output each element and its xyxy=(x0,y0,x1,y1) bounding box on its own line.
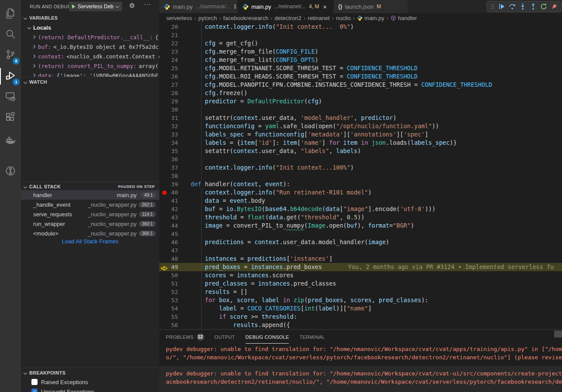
debug-config-dropdown[interactable]: Serverless Debu xyxy=(69,2,122,11)
gutter[interactable]: 54 xyxy=(159,304,191,313)
explorer-button[interactable] xyxy=(0,4,21,24)
gutter[interactable]: 34 xyxy=(159,139,191,147)
gutter[interactable]: 56 xyxy=(159,321,191,329)
breadcrumb-item[interactable]: handler xyxy=(398,15,417,21)
code-line[interactable]: 44 image = convert_PIL_to_numpy(Image.op… xyxy=(159,222,562,230)
breakpoints-section-header[interactable]: BREAKPOINTS xyxy=(21,368,159,377)
gutter[interactable]: 41 xyxy=(159,197,191,205)
breadcrumb-item[interactable]: retinanet xyxy=(308,15,330,21)
code-line[interactable]: 36 xyxy=(159,155,562,164)
code-line[interactable]: 33 labels_spec = functionconfig['metadat… xyxy=(159,130,562,139)
call-stack-frame[interactable]: _handle_event_nuclio_wrapper.py262:1 xyxy=(21,200,159,209)
code-line[interactable]: 45 xyxy=(159,230,562,238)
code-editor[interactable]: 20 context.logger.info("Init context... … xyxy=(159,23,562,329)
code-line[interactable]: 46 predictions = context.user_data.model… xyxy=(159,238,562,246)
breadcrumb-item[interactable]: serverless xyxy=(166,15,192,21)
gitlens-button[interactable] xyxy=(0,162,21,182)
call-stack-frame[interactable]: <module>_nuclio_wrapper.py366:1 xyxy=(21,228,159,238)
gutter[interactable]: 42 xyxy=(159,205,191,213)
gutter[interactable]: 36 xyxy=(159,155,191,164)
tab-launch-json[interactable]: {} launch.json M xyxy=(334,0,408,13)
gutter[interactable]: 28 xyxy=(159,89,191,97)
code-line[interactable]: 56 results.append({ xyxy=(159,321,562,329)
gutter[interactable]: 49 xyxy=(159,263,191,271)
gutter[interactable]: 21 xyxy=(159,31,191,39)
continue-button[interactable] xyxy=(498,3,505,10)
code-line[interactable]: 54 label = COCO_CATEGORIES[int(label)]["… xyxy=(159,304,562,313)
gutter[interactable]: 20 xyxy=(159,23,191,31)
gutter[interactable]: 46 xyxy=(159,238,191,246)
search-button[interactable] xyxy=(0,25,21,45)
breadcrumb-item[interactable]: pytorch xyxy=(199,15,217,21)
gutter[interactable]: 50 xyxy=(159,271,191,280)
call-stack-section-header[interactable]: CALL STACK PAUSED ON STEP xyxy=(21,181,159,191)
gutter[interactable]: 37 xyxy=(159,164,191,172)
call-stack-frame[interactable]: run_wrapper_nuclio_wrapper.py360:1 xyxy=(21,219,159,228)
gutter[interactable]: 22 xyxy=(159,39,191,48)
breadcrumb-item[interactable]: detectron2 xyxy=(274,15,301,21)
code-line[interactable]: 32 functionconfig = yaml.safe_load(open(… xyxy=(159,122,562,130)
code-line[interactable]: 49 pred_boxes = instances.pred_boxesYou,… xyxy=(159,263,562,271)
code-line[interactable]: 31 setattr(context.user_data, 'model_han… xyxy=(159,114,562,122)
gutter[interactable]: 48 xyxy=(159,255,191,263)
tab-output[interactable]: OUTPUT xyxy=(215,330,235,344)
load-all-stack-frames-link[interactable]: Load All Stack Frames xyxy=(21,238,159,245)
code-line[interactable]: 41 data = event.body xyxy=(159,197,562,205)
checkbox-checked[interactable]: ✓ xyxy=(31,389,38,392)
gutter[interactable]: 47 xyxy=(159,246,191,255)
code-line[interactable]: 37 context.logger.info("Init context...1… xyxy=(159,164,562,172)
code-line[interactable]: 50 scores = instances.scores xyxy=(159,271,562,280)
step-out-button[interactable] xyxy=(530,3,537,10)
code-line[interactable]: 43 threshold = float(data.get("threshold… xyxy=(159,213,562,222)
gutter[interactable]: 27 xyxy=(159,81,191,89)
code-line[interactable]: 26 cfg.MODEL.ROI_HEADS.SCORE_THRESH_TEST… xyxy=(159,72,562,81)
remote-explorer-button[interactable] xyxy=(0,87,21,107)
code-line[interactable]: 55 if score >= threshold: xyxy=(159,313,562,321)
variables-section-header[interactable]: VARIABLES xyxy=(21,13,159,23)
tab-main-py-retinanet[interactable]: main.py .../retinanet/... 4, M × xyxy=(238,0,334,13)
gutter[interactable]: 30 xyxy=(159,106,191,114)
variable-row[interactable]: (return) DefaultPredictor.__call__:{'ins… xyxy=(21,32,159,42)
extensions-button[interactable] xyxy=(0,108,21,128)
source-control-button[interactable]: 8 xyxy=(0,45,21,65)
variable-row[interactable]: buf:<_io.BytesIO object at 0x7f5a2dc1ecc… xyxy=(21,42,159,51)
run-and-debug-button[interactable]: 1 xyxy=(0,66,21,86)
code-line[interactable]: 42 buf = io.BytesIO(base64.b64decode(dat… xyxy=(159,205,562,213)
code-line[interactable]: 51 pred_classes = instances.pred_classes xyxy=(159,280,562,288)
drag-handle[interactable] xyxy=(490,3,495,10)
tab-terminal[interactable]: TERMINAL xyxy=(299,330,325,344)
gutter[interactable]: 38 xyxy=(159,172,191,180)
tab-debug-console[interactable]: DEBUG CONSOLE xyxy=(246,330,289,344)
code-line[interactable]: 22 cfg = get_cfg() xyxy=(159,39,562,48)
gutter[interactable]: 40 xyxy=(159,188,191,197)
gutter[interactable]: 43 xyxy=(159,213,191,222)
code-line[interactable]: 21 xyxy=(159,31,562,39)
disconnect-button[interactable] xyxy=(551,3,558,10)
gutter[interactable]: 45 xyxy=(159,230,191,238)
close-icon[interactable]: × xyxy=(323,3,327,10)
code-line[interactable]: 40 context.logger.info("Run retinanet-R1… xyxy=(159,188,562,197)
gutter[interactable]: 53 xyxy=(159,296,191,304)
tab-problems[interactable]: PROBLEMS 12 xyxy=(166,330,204,344)
breadcrumb-item[interactable]: nuclio xyxy=(336,15,351,21)
more-actions-icon[interactable]: ··· xyxy=(144,0,151,7)
docker-button[interactable] xyxy=(0,131,21,151)
gutter[interactable]: 35 xyxy=(159,147,191,155)
gutter[interactable]: 23 xyxy=(159,48,191,56)
gear-icon[interactable]: ⚙ xyxy=(129,2,135,10)
gutter[interactable]: 32 xyxy=(159,122,191,130)
tab-main-py-siammask[interactable]: main.py .../siammask/... 1 xyxy=(159,0,238,13)
gutter[interactable]: 25 xyxy=(159,64,191,72)
checkbox-unchecked[interactable] xyxy=(31,379,38,385)
gutter[interactable]: 39 xyxy=(159,180,191,188)
breadcrumb-item[interactable]: facebookresearch xyxy=(223,15,268,21)
gutter[interactable]: 29 xyxy=(159,97,191,106)
scrollbar-thumb[interactable] xyxy=(554,331,562,337)
restart-button[interactable] xyxy=(540,3,547,10)
breakpoint-raised-exceptions[interactable]: Raised Exceptions xyxy=(21,377,159,387)
variable-row[interactable]: context:<nuclio_sdk.context.Context obje… xyxy=(21,51,159,61)
code-line[interactable]: 35 setattr(context.user_data, "labels", … xyxy=(159,147,562,155)
variable-row[interactable]: (return) convert_PIL_to_numpy:array([[[ … xyxy=(21,61,159,71)
breakpoint-uncaught-exceptions[interactable]: ✓ Uncaught Exceptions xyxy=(21,387,159,392)
code-line[interactable]: 27 cfg.MODEL.PANOPTIC_FPN.COMBINE.INSTAN… xyxy=(159,81,562,89)
